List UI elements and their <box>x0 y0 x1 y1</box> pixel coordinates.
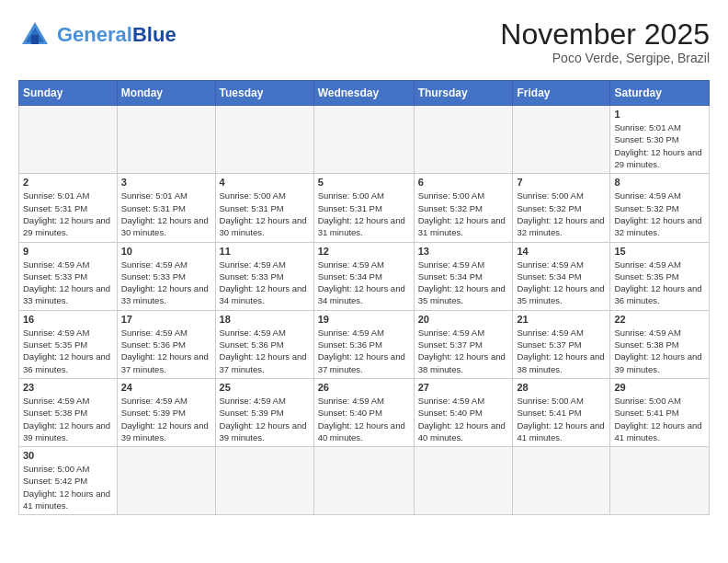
calendar-cell: 18Sunrise: 4:59 AM Sunset: 5:36 PM Dayli… <box>215 310 313 378</box>
day-number: 9 <box>23 246 113 257</box>
calendar-cell <box>313 106 414 174</box>
svg-rect-2 <box>31 35 39 44</box>
main-title: November 2025 <box>500 18 710 51</box>
day-info: Sunrise: 5:01 AM Sunset: 5:30 PM Dayligh… <box>614 121 705 170</box>
calendar-cell: 16Sunrise: 4:59 AM Sunset: 5:35 PM Dayli… <box>19 310 118 378</box>
day-number: 2 <box>23 177 113 188</box>
day-number: 27 <box>418 382 509 393</box>
day-number: 30 <box>23 450 113 461</box>
calendar-cell <box>19 106 118 174</box>
calendar-cell: 4Sunrise: 5:00 AM Sunset: 5:31 PM Daylig… <box>215 174 313 242</box>
calendar-cell: 11Sunrise: 4:59 AM Sunset: 5:33 PM Dayli… <box>215 242 313 310</box>
calendar-cell: 12Sunrise: 4:59 AM Sunset: 5:34 PM Dayli… <box>313 242 414 310</box>
day-number: 29 <box>614 382 705 393</box>
day-info: Sunrise: 5:01 AM Sunset: 5:31 PM Dayligh… <box>121 190 211 238</box>
day-number: 8 <box>614 177 705 188</box>
weekday-row: Sunday Monday Tuesday Wednesday Thursday… <box>19 81 710 106</box>
day-info: Sunrise: 4:59 AM Sunset: 5:40 PM Dayligh… <box>318 395 410 443</box>
calendar-body: 1Sunrise: 5:01 AM Sunset: 5:30 PM Daylig… <box>19 106 710 515</box>
day-info: Sunrise: 4:59 AM Sunset: 5:39 PM Dayligh… <box>220 395 310 443</box>
day-number: 22 <box>614 314 705 325</box>
page: GeneralBlue November 2025 Poco Verde, Se… <box>0 0 728 534</box>
calendar-cell <box>117 447 215 515</box>
calendar-cell <box>313 447 414 515</box>
header-monday: Monday <box>117 81 215 106</box>
calendar-cell: 21Sunrise: 4:59 AM Sunset: 5:37 PM Dayli… <box>513 310 610 378</box>
calendar-cell <box>117 106 215 174</box>
day-info: Sunrise: 4:59 AM Sunset: 5:37 PM Dayligh… <box>418 327 509 375</box>
calendar-cell: 3Sunrise: 5:01 AM Sunset: 5:31 PM Daylig… <box>117 174 215 242</box>
calendar-cell: 26Sunrise: 4:59 AM Sunset: 5:40 PM Dayli… <box>313 378 414 446</box>
calendar-cell: 22Sunrise: 4:59 AM Sunset: 5:38 PM Dayli… <box>610 310 710 378</box>
header-tuesday: Tuesday <box>215 81 313 106</box>
day-number: 1 <box>614 109 705 120</box>
logo: GeneralBlue <box>18 18 176 52</box>
day-number: 3 <box>121 177 211 188</box>
calendar-header: Sunday Monday Tuesday Wednesday Thursday… <box>19 81 710 106</box>
day-number: 23 <box>23 382 113 393</box>
day-number: 18 <box>220 314 310 325</box>
calendar-cell: 29Sunrise: 5:00 AM Sunset: 5:41 PM Dayli… <box>610 378 710 446</box>
day-info: Sunrise: 4:59 AM Sunset: 5:36 PM Dayligh… <box>121 327 211 375</box>
day-info: Sunrise: 4:59 AM Sunset: 5:38 PM Dayligh… <box>614 327 705 375</box>
day-info: Sunrise: 4:59 AM Sunset: 5:38 PM Dayligh… <box>23 395 113 443</box>
calendar-cell <box>215 447 313 515</box>
day-info: Sunrise: 4:59 AM Sunset: 5:40 PM Dayligh… <box>418 395 509 443</box>
day-info: Sunrise: 4:59 AM Sunset: 5:34 PM Dayligh… <box>517 259 606 307</box>
day-info: Sunrise: 4:59 AM Sunset: 5:37 PM Dayligh… <box>517 327 606 375</box>
day-info: Sunrise: 4:59 AM Sunset: 5:33 PM Dayligh… <box>23 259 113 307</box>
calendar-cell <box>610 447 710 515</box>
header-saturday: Saturday <box>610 81 710 106</box>
calendar-week-6: 30Sunrise: 5:00 AM Sunset: 5:42 PM Dayli… <box>19 447 710 515</box>
day-number: 26 <box>318 382 410 393</box>
logo-text: GeneralBlue <box>57 25 176 45</box>
day-info: Sunrise: 4:59 AM Sunset: 5:32 PM Dayligh… <box>614 190 705 238</box>
day-info: Sunrise: 5:00 AM Sunset: 5:31 PM Dayligh… <box>318 190 410 238</box>
calendar-cell <box>414 106 513 174</box>
calendar-cell: 8Sunrise: 4:59 AM Sunset: 5:32 PM Daylig… <box>610 174 710 242</box>
day-number: 16 <box>23 314 113 325</box>
day-number: 14 <box>517 246 606 257</box>
day-info: Sunrise: 4:59 AM Sunset: 5:34 PM Dayligh… <box>318 259 410 307</box>
calendar-cell: 5Sunrise: 5:00 AM Sunset: 5:31 PM Daylig… <box>313 174 414 242</box>
calendar-cell: 28Sunrise: 5:00 AM Sunset: 5:41 PM Dayli… <box>513 378 610 446</box>
calendar-cell: 14Sunrise: 4:59 AM Sunset: 5:34 PM Dayli… <box>513 242 610 310</box>
day-info: Sunrise: 4:59 AM Sunset: 5:35 PM Dayligh… <box>614 259 705 307</box>
calendar-table: Sunday Monday Tuesday Wednesday Thursday… <box>18 80 710 515</box>
calendar-cell: 9Sunrise: 4:59 AM Sunset: 5:33 PM Daylig… <box>19 242 118 310</box>
logo-icon <box>18 18 51 52</box>
day-number: 7 <box>517 177 606 188</box>
header-sunday: Sunday <box>19 81 118 106</box>
day-number: 6 <box>418 177 509 188</box>
day-number: 4 <box>220 177 310 188</box>
day-info: Sunrise: 4:59 AM Sunset: 5:36 PM Dayligh… <box>220 327 310 375</box>
calendar-cell: 24Sunrise: 4:59 AM Sunset: 5:39 PM Dayli… <box>117 378 215 446</box>
header: GeneralBlue November 2025 Poco Verde, Se… <box>18 18 710 65</box>
calendar-cell: 30Sunrise: 5:00 AM Sunset: 5:42 PM Dayli… <box>19 447 118 515</box>
calendar-cell: 7Sunrise: 5:00 AM Sunset: 5:32 PM Daylig… <box>513 174 610 242</box>
calendar-cell: 17Sunrise: 4:59 AM Sunset: 5:36 PM Dayli… <box>117 310 215 378</box>
calendar-cell <box>215 106 313 174</box>
header-friday: Friday <box>513 81 610 106</box>
day-number: 25 <box>220 382 310 393</box>
day-info: Sunrise: 4:59 AM Sunset: 5:34 PM Dayligh… <box>418 259 509 307</box>
calendar-cell: 19Sunrise: 4:59 AM Sunset: 5:36 PM Dayli… <box>313 310 414 378</box>
day-info: Sunrise: 5:00 AM Sunset: 5:42 PM Dayligh… <box>23 463 113 511</box>
day-number: 11 <box>220 246 310 257</box>
day-number: 15 <box>614 246 705 257</box>
day-info: Sunrise: 4:59 AM Sunset: 5:39 PM Dayligh… <box>121 395 211 443</box>
day-info: Sunrise: 5:01 AM Sunset: 5:31 PM Dayligh… <box>23 190 113 238</box>
day-number: 13 <box>418 246 509 257</box>
calendar-cell: 25Sunrise: 4:59 AM Sunset: 5:39 PM Dayli… <box>215 378 313 446</box>
calendar-cell: 23Sunrise: 4:59 AM Sunset: 5:38 PM Dayli… <box>19 378 118 446</box>
day-info: Sunrise: 5:00 AM Sunset: 5:41 PM Dayligh… <box>614 395 705 443</box>
day-info: Sunrise: 4:59 AM Sunset: 5:35 PM Dayligh… <box>23 327 113 375</box>
day-info: Sunrise: 5:00 AM Sunset: 5:41 PM Dayligh… <box>517 395 606 443</box>
calendar-cell: 1Sunrise: 5:01 AM Sunset: 5:30 PM Daylig… <box>610 106 710 174</box>
calendar-week-3: 9Sunrise: 4:59 AM Sunset: 5:33 PM Daylig… <box>19 242 710 310</box>
calendar-week-4: 16Sunrise: 4:59 AM Sunset: 5:35 PM Dayli… <box>19 310 710 378</box>
calendar-cell: 6Sunrise: 5:00 AM Sunset: 5:32 PM Daylig… <box>414 174 513 242</box>
day-info: Sunrise: 4:59 AM Sunset: 5:36 PM Dayligh… <box>318 327 410 375</box>
calendar-cell <box>414 447 513 515</box>
calendar-cell: 15Sunrise: 4:59 AM Sunset: 5:35 PM Dayli… <box>610 242 710 310</box>
